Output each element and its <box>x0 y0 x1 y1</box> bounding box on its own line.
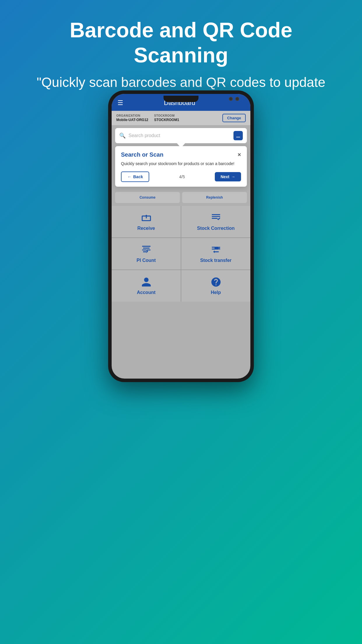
camera-dot-2 <box>235 97 239 101</box>
receive-label: Receive <box>137 226 155 231</box>
help-icon <box>210 276 222 288</box>
stockroom-info: STOCKROOM STOCKROOM1 <box>154 114 179 122</box>
pi-count-icon <box>141 244 152 256</box>
help-cell[interactable]: Help <box>181 270 250 302</box>
grid-peek-row: Consume Replenish <box>112 190 250 205</box>
back-label: Back <box>133 174 143 179</box>
popover-body: Quickly search your stockroom for produc… <box>121 161 241 167</box>
org-pair: ORGANIZATION Mobile-UAT-ORG12 STOCKROOM … <box>116 114 179 122</box>
popover-title: Search or Scan <box>121 151 164 158</box>
back-button[interactable]: ← Back <box>121 172 149 182</box>
step-indicator: 4/5 <box>179 174 185 179</box>
tooltip-arrow <box>177 143 185 148</box>
phone-cameras <box>229 97 239 101</box>
dashboard-grid: Receive Stock Correction PI Count <box>112 206 250 302</box>
receive-cell[interactable]: Receive <box>112 206 181 237</box>
phone-body: ☰ Dashboard ORGANIZATION Mobile-UAT-ORG1… <box>108 90 254 382</box>
replenish-button[interactable]: Replenish <box>182 192 247 203</box>
account-cell[interactable]: Account <box>112 270 181 302</box>
receive-icon <box>141 212 152 223</box>
stock-transfer-cell[interactable]: Stock transfer <box>181 238 250 270</box>
next-button[interactable]: Next → <box>215 172 241 181</box>
account-label: Account <box>137 290 156 295</box>
next-arrow-icon: → <box>231 174 235 179</box>
phone-notch <box>164 96 198 102</box>
stock-transfer-label: Stock transfer <box>200 258 232 263</box>
popover-footer: ← Back 4/5 Next → <box>121 172 241 182</box>
phone-screen: ☰ Dashboard ORGANIZATION Mobile-UAT-ORG1… <box>112 94 250 379</box>
help-label: Help <box>211 290 221 295</box>
camera-dot-1 <box>229 97 233 101</box>
search-icon: 🔍 <box>119 132 126 139</box>
back-arrow-icon: ← <box>127 174 131 179</box>
next-label: Next <box>221 174 229 179</box>
search-bar[interactable]: 🔍 Search product ⚊ <box>115 128 247 143</box>
popover-close-button[interactable]: × <box>238 151 241 158</box>
barcode-icon: ⚊ <box>236 133 240 139</box>
change-button[interactable]: Change <box>222 114 246 122</box>
org-bar: ORGANIZATION Mobile-UAT-ORG12 STOCKROOM … <box>112 111 250 125</box>
pi-count-cell[interactable]: PI Count <box>112 238 181 270</box>
pi-count-label: PI Count <box>137 258 156 263</box>
hero-title: Barcode and QR Code Scanning <box>0 0 362 74</box>
search-placeholder: Search product <box>129 133 231 138</box>
account-icon <box>141 276 152 288</box>
consume-button[interactable]: Consume <box>115 192 180 203</box>
stockroom-value: STOCKROOM1 <box>154 118 179 122</box>
barcode-scan-button[interactable]: ⚊ <box>233 131 243 140</box>
stock-transfer-icon <box>210 244 222 256</box>
stock-correction-label: Stock Correction <box>197 226 235 231</box>
hamburger-icon[interactable]: ☰ <box>117 100 123 106</box>
phone-frame: ☰ Dashboard ORGANIZATION Mobile-UAT-ORG1… <box>108 90 254 621</box>
org-info: ORGANIZATION Mobile-UAT-ORG12 <box>116 114 148 122</box>
org-label: ORGANIZATION <box>116 114 148 117</box>
org-value: Mobile-UAT-ORG12 <box>116 118 148 122</box>
stock-correction-icon <box>210 212 222 223</box>
stockroom-label: STOCKROOM <box>154 114 179 117</box>
search-scan-popover: Search or Scan × Quickly search your sto… <box>115 146 247 187</box>
popover-header: Search or Scan × <box>121 151 241 158</box>
stock-correction-cell[interactable]: Stock Correction <box>181 206 250 237</box>
